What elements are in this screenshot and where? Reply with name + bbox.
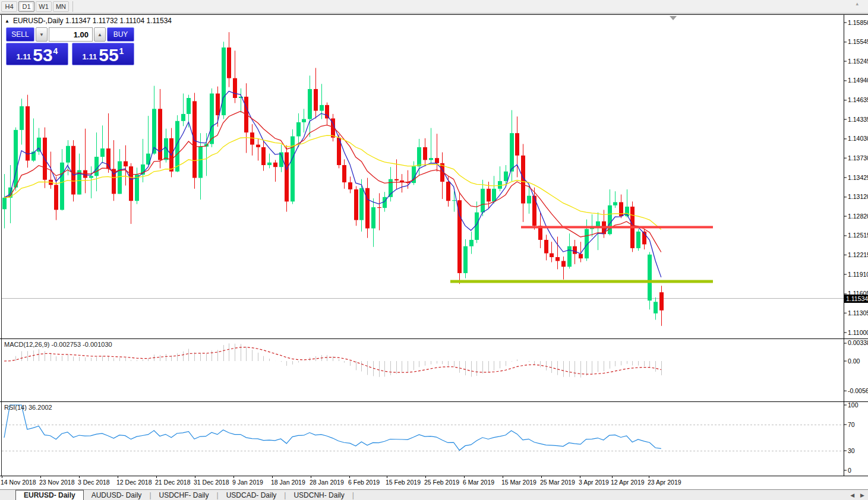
toolbar-scroll-up-icon[interactable]: ▴ xyxy=(856,1,858,7)
buy-price-sup: 1 xyxy=(119,46,124,56)
timeframe-button-h4[interactable]: H4 xyxy=(1,1,17,12)
rsi-name: RSI(14) xyxy=(4,404,27,411)
svg-text:12 Dec 2018: 12 Dec 2018 xyxy=(116,479,152,486)
svg-text:15 Mar 2019: 15 Mar 2019 xyxy=(501,479,536,486)
macd-histogram xyxy=(5,343,662,377)
buy-price-prefix: 1.11 xyxy=(83,52,97,61)
symbol-tabs: EURUSD- DailyAUDUSD- Daily|USDCHF- Daily… xyxy=(15,490,354,500)
volume-input[interactable] xyxy=(49,27,93,42)
rsi-line xyxy=(4,405,661,450)
timeframe-toolbar: H4D1W1MN ▴ xyxy=(0,0,868,13)
one-click-trade-panel: SELL ▼ ▲ BUY 1.11 53 4 1.11 55 1 xyxy=(6,27,134,65)
svg-text:0.003383: 0.003383 xyxy=(848,339,868,346)
tab-usdcnh[interactable]: USDCNH- Daily xyxy=(286,490,352,500)
svg-text:3 Dec 2018: 3 Dec 2018 xyxy=(78,479,110,486)
svg-text:25 Feb 2019: 25 Feb 2019 xyxy=(424,479,459,486)
svg-text:70: 70 xyxy=(848,421,855,428)
rsi-value: 36.2002 xyxy=(29,404,52,411)
macd-name: MACD(12,26,9) xyxy=(4,341,49,348)
svg-text:1.11000: 1.11000 xyxy=(848,329,868,336)
svg-text:28 Jan 2019: 28 Jan 2019 xyxy=(310,479,344,486)
sell-price-big: 53 xyxy=(33,48,52,63)
timeframe-button-mn[interactable]: MN xyxy=(53,1,69,12)
chart-header: ▲ EURUSD-,Daily 1.11347 1.11732 1.11104 … xyxy=(5,17,172,25)
tabs-scroll-right-icon[interactable]: ▶ xyxy=(860,492,864,498)
rsi-levels xyxy=(2,425,844,451)
sell-price-panel[interactable]: 1.11 53 4 xyxy=(6,43,68,65)
svg-text:1.14030: 1.14030 xyxy=(848,135,868,142)
svg-text:14 Nov 2018: 14 Nov 2018 xyxy=(1,479,36,486)
svg-text:23 Nov 2018: 23 Nov 2018 xyxy=(39,479,75,486)
svg-text:31 Dec 2018: 31 Dec 2018 xyxy=(194,479,229,486)
tabs-scroll-left-icon[interactable]: ◀ xyxy=(850,492,854,498)
tab-usdchf[interactable]: USDCHF- Daily xyxy=(151,490,217,500)
symbol-tab-bar: EURUSD- DailyAUDUSD- Daily|USDCHF- Daily… xyxy=(0,489,868,500)
svg-text:25 Mar 2019: 25 Mar 2019 xyxy=(540,479,575,486)
svg-text:12 Apr 2019: 12 Apr 2019 xyxy=(611,479,645,486)
svg-text:1.12215: 1.12215 xyxy=(848,251,868,258)
price-chart-canvas[interactable]: 1.158501.155451.152451.149401.146351.143… xyxy=(0,0,868,500)
rsi-axis: 10070300 xyxy=(844,401,858,474)
svg-text:1.11910: 1.11910 xyxy=(848,271,868,278)
svg-text:23 Apr 2019: 23 Apr 2019 xyxy=(648,479,681,486)
svg-text:1.15545: 1.15545 xyxy=(848,38,868,45)
svg-text:0: 0 xyxy=(848,467,851,474)
svg-text:1.15245: 1.15245 xyxy=(848,58,868,65)
svg-text:9 Jan 2019: 9 Jan 2019 xyxy=(232,479,263,486)
buy-price-panel[interactable]: 1.11 55 1 xyxy=(72,43,134,65)
svg-text:1.13120: 1.13120 xyxy=(848,193,868,200)
tab-audusd[interactable]: AUDUSD- Daily xyxy=(84,490,150,500)
svg-text:1.12515: 1.12515 xyxy=(848,232,868,239)
volume-decrease-icon[interactable]: ▼ xyxy=(36,27,48,42)
price-axis: 1.158501.155451.152451.149401.146351.143… xyxy=(844,19,868,336)
pane-borders xyxy=(0,14,868,476)
svg-text:-0.005663: -0.005663 xyxy=(848,387,868,394)
scroll-to-end-icon xyxy=(670,16,677,20)
svg-text:1.12820: 1.12820 xyxy=(848,213,868,220)
macd-axis: 0.0033830.00-0.005663 xyxy=(844,339,868,394)
sell-price-prefix: 1.11 xyxy=(17,52,31,61)
svg-text:1.13730: 1.13730 xyxy=(848,154,868,162)
buy-button[interactable]: BUY xyxy=(107,27,134,42)
tab-eurusd[interactable]: EURUSD- Daily xyxy=(15,490,84,500)
macd-values: -0.002753 -0.001030 xyxy=(51,341,112,348)
date-axis: 14 Nov 201823 Nov 20183 Dec 201812 Dec 2… xyxy=(1,476,681,486)
svg-text:1.14335: 1.14335 xyxy=(848,116,868,123)
svg-text:1.14940: 1.14940 xyxy=(848,77,868,84)
svg-text:1.13425: 1.13425 xyxy=(848,174,868,181)
svg-text:30: 30 xyxy=(848,447,855,454)
tab-usdcad[interactable]: USDCAD- Daily xyxy=(219,490,285,500)
sell-button[interactable]: SELL xyxy=(6,27,34,42)
timeframe-button-d1[interactable]: D1 xyxy=(18,1,34,12)
rsi-label: RSI(14) 36.2002 xyxy=(4,404,52,411)
collapse-triangle-icon[interactable]: ▲ xyxy=(5,18,10,24)
symbol-ohlc-text: EURUSD-,Daily 1.11347 1.11732 1.11104 1.… xyxy=(13,17,172,25)
svg-text:6 Feb 2019: 6 Feb 2019 xyxy=(348,479,380,486)
svg-text:100: 100 xyxy=(848,401,858,409)
svg-text:3 Apr 2019: 3 Apr 2019 xyxy=(579,479,609,486)
svg-text:6 Mar 2019: 6 Mar 2019 xyxy=(463,479,494,486)
buy-price-big: 55 xyxy=(99,48,118,63)
svg-text:15 Feb 2019: 15 Feb 2019 xyxy=(386,479,421,486)
svg-text:1.14635: 1.14635 xyxy=(848,96,868,103)
toolbar-separator xyxy=(72,1,73,12)
tab-separator: | xyxy=(352,490,354,500)
svg-text:21 Dec 2018: 21 Dec 2018 xyxy=(155,479,191,486)
svg-text:1.15850: 1.15850 xyxy=(848,19,868,26)
timeframe-button-w1[interactable]: W1 xyxy=(36,1,52,12)
svg-text:0.00: 0.00 xyxy=(848,357,860,365)
svg-text:1.11305: 1.11305 xyxy=(848,309,868,317)
trading-terminal-window: { "toolbar": { "timeframes": [ {"label":… xyxy=(0,0,868,500)
sell-price-sup: 4 xyxy=(53,46,58,56)
macd-label: MACD(12,26,9) -0.002753 -0.001030 xyxy=(4,341,112,348)
svg-text:18 Jan 2019: 18 Jan 2019 xyxy=(271,479,305,486)
volume-increase-icon[interactable]: ▲ xyxy=(94,27,106,42)
timeframe-buttons: H4D1W1MN xyxy=(1,1,70,12)
current-price-badge: 1.11534 xyxy=(844,295,868,303)
